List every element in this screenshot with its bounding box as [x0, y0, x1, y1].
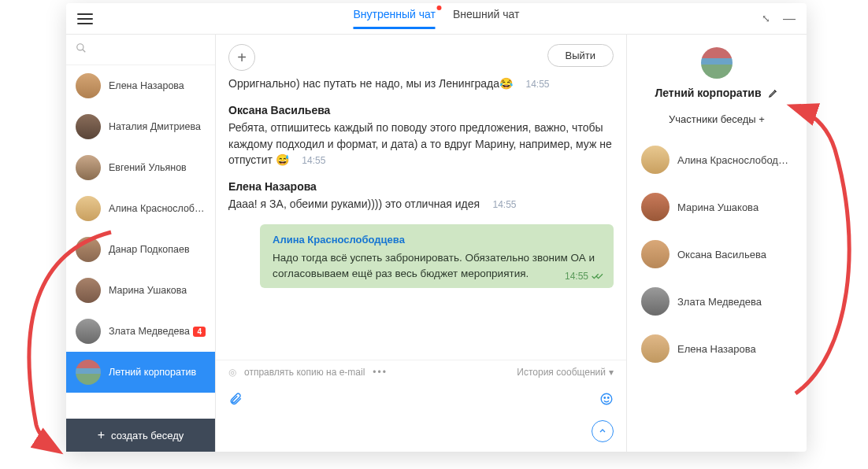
arrow-up-icon	[598, 427, 607, 436]
chat-window: Внутренный чат Внешний чат ⤡ — Елена Наз…	[66, 3, 807, 452]
message-time: 14:55	[565, 271, 588, 282]
tab-internal-chat[interactable]: Внутренный чат	[353, 8, 435, 29]
svg-point-4	[608, 397, 610, 399]
participants-header[interactable]: Участники беседы +	[636, 113, 797, 125]
participant-name: Оксана Васильева	[677, 249, 766, 260]
avatar	[76, 114, 101, 139]
message-author: Оксана Васильева	[228, 104, 614, 116]
plus-icon: +	[98, 428, 105, 442]
message: Оксана Васильева Ребята, отпишитесь кажд…	[228, 104, 614, 168]
contact-name: Елена Назарова	[109, 80, 184, 91]
tab-label: Внутренный чат	[353, 8, 435, 20]
plus-icon: +	[237, 49, 247, 67]
contact-item[interactable]: Алина Краснослобод..	[66, 188, 215, 229]
message: Орригнально) нас путать не надо, мы из Л…	[228, 76, 614, 91]
avatar	[76, 319, 101, 344]
window-controls: ⤡ —	[762, 12, 796, 26]
avatar	[641, 240, 670, 268]
participant-item[interactable]: Елена Назарова	[636, 325, 797, 372]
minimize-icon[interactable]: —	[783, 12, 796, 26]
svg-point-0	[77, 44, 83, 50]
participant-name: Марина Ушакова	[677, 201, 759, 213]
add-button[interactable]: +	[228, 44, 255, 71]
contact-name: Злата Медведева	[109, 326, 190, 337]
contact-item-active[interactable]: Летний корпоратив	[66, 352, 215, 393]
own-message: Алина Краснослободцева Надо тогда всё ус…	[260, 224, 614, 287]
contact-item[interactable]: Наталия Дмитриева	[66, 106, 215, 147]
avatar	[76, 237, 101, 262]
edit-icon[interactable]	[768, 87, 779, 98]
tab-external-chat[interactable]: Внешний чат	[453, 8, 520, 29]
message-list[interactable]: Орригнально) нас путать не надо, мы из Л…	[216, 76, 626, 360]
message: Елена Назарова Дааа! я ЗА, обеими руками…	[228, 180, 614, 212]
sidebar: Елена Назарова Наталия Дмитриева Евгений…	[66, 35, 216, 452]
message-text: Надо тогда всё успеть забронировать. Обя…	[273, 250, 601, 281]
contact-list[interactable]: Елена Назарова Наталия Дмитриева Евгений…	[66, 65, 215, 419]
contact-item[interactable]: Данар Подкопаев	[66, 229, 215, 270]
message-author: Елена Назарова	[228, 180, 614, 193]
message-time: 14:55	[302, 155, 325, 166]
avatar	[76, 360, 101, 385]
conversation-avatar	[701, 47, 733, 79]
tab-label: Внешний чат	[453, 8, 520, 20]
emoji-icon[interactable]	[599, 392, 614, 409]
chevron-down-icon: ▾	[609, 367, 614, 378]
avatar	[76, 278, 101, 303]
participant-name: Алина Краснослободцева	[677, 154, 792, 166]
participant-item[interactable]: Злата Медведева	[636, 278, 797, 325]
participant-name: Елена Назарова	[677, 343, 756, 355]
contact-name: Летний корпоратив	[109, 367, 196, 378]
send-button[interactable]	[592, 420, 614, 442]
create-label: создать беседу	[111, 430, 184, 441]
avatar	[641, 146, 670, 174]
svg-point-3	[604, 397, 606, 399]
contact-name: Алина Краснослобод..	[109, 203, 206, 214]
message-meta-row: ◎ отправлять копию на e-mail ••• История…	[216, 360, 626, 384]
contact-item[interactable]: Злата Медведева4	[66, 311, 215, 352]
message-text: Орригнально) нас путать не надо, мы из Л…	[228, 77, 513, 90]
more-icon[interactable]: •••	[373, 367, 388, 378]
message-history-button[interactable]: История сообщений ▾	[517, 367, 614, 378]
collapse-icon[interactable]: ⤡	[762, 13, 770, 24]
contact-item[interactable]: Евгений Ульянов	[66, 147, 215, 188]
participant-item[interactable]: Марина Ушакова	[636, 183, 797, 231]
message-text: Дааа! я ЗА, обеими руками)))) это отличн…	[228, 198, 480, 210]
search-input[interactable]	[66, 35, 215, 65]
conversation-pane: + Выйти Орригнально) нас путать не надо,…	[216, 35, 627, 452]
contact-name: Наталия Дмитриева	[109, 121, 201, 132]
details-panel: Летний корпоратив Участники беседы + Али…	[627, 35, 807, 452]
exit-label: Выйти	[566, 50, 596, 61]
menu-icon[interactable]	[77, 13, 93, 24]
email-copy-label[interactable]: отправлять копию на e-mail	[244, 367, 365, 378]
svg-point-2	[601, 393, 612, 404]
message-author: Алина Краснослободцева	[273, 234, 601, 246]
contact-name: Марина Ушакова	[109, 285, 187, 296]
svg-line-1	[83, 50, 86, 53]
attach-icon[interactable]	[228, 392, 243, 409]
titlebar: Внутренный чат Внешний чат ⤡ —	[66, 3, 807, 35]
message-time-row: 14:55	[565, 271, 604, 282]
unread-badge: 4	[193, 327, 206, 337]
avatar	[76, 73, 101, 98]
avatar	[641, 287, 670, 316]
app-body: Елена Назарова Наталия Дмитриева Евгений…	[66, 35, 807, 452]
message-time: 14:55	[493, 199, 517, 210]
conversation-title: Летний корпоратив	[655, 87, 761, 99]
send-row	[216, 417, 626, 452]
participant-name: Злата Медведева	[677, 296, 762, 308]
contact-item[interactable]: Марина Ушакова	[66, 270, 215, 311]
chat-tabs: Внутренный чат Внешний чат	[353, 8, 519, 29]
avatar	[76, 196, 101, 221]
target-icon: ◎	[228, 367, 236, 378]
contact-name: Данар Подкопаев	[109, 244, 190, 255]
avatar	[641, 193, 670, 221]
contact-item[interactable]: Елена Назарова	[66, 65, 215, 106]
exit-button[interactable]: Выйти	[547, 44, 614, 67]
create-conversation-button[interactable]: + создать беседу	[66, 419, 215, 452]
search-icon	[76, 42, 87, 54]
participant-item[interactable]: Алина Краснослободцева	[636, 136, 797, 183]
compose-row	[216, 384, 626, 417]
message-time: 14:55	[525, 79, 549, 90]
details-header: Летний корпоратив	[636, 47, 797, 99]
participant-item[interactable]: Оксана Васильева	[636, 231, 797, 278]
